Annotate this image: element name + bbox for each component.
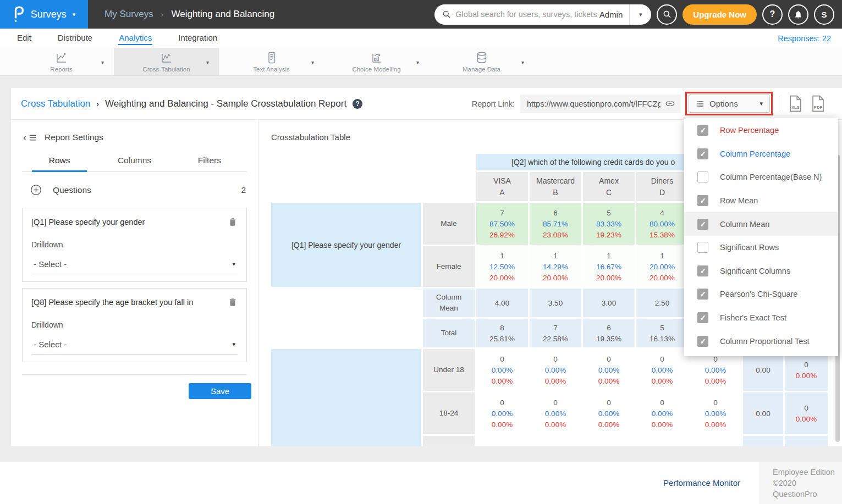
search-scope-caret-icon[interactable]: ▾: [629, 4, 651, 25]
options-menu-item[interactable]: Column Percentage: [684, 142, 838, 166]
app-logo[interactable]: Surveys ▾: [0, 0, 88, 29]
account-avatar[interactable]: S: [814, 4, 834, 25]
notifications-button[interactable]: [788, 4, 808, 25]
options-menu-item[interactable]: Fisher's Exact Test: [684, 306, 838, 330]
module-manage-data[interactable]: Manage Data ▾: [429, 48, 534, 75]
breadcrumb-separator-icon: ›: [161, 10, 164, 19]
delete-question-button[interactable]: [227, 296, 239, 308]
module-caret-icon[interactable]: ▾: [416, 59, 419, 65]
options-button[interactable]: Options ▾: [689, 95, 770, 113]
cross-tabulation-breadcrumb-link[interactable]: Cross Tabulation: [21, 98, 90, 109]
options-menu-item[interactable]: Row Mean: [684, 189, 838, 213]
link-icon[interactable]: [665, 98, 675, 109]
module-reports[interactable]: Reports ▾: [9, 48, 114, 75]
search-submit-button[interactable]: [657, 4, 677, 25]
question-title: [Q1] Please specify your gender: [31, 217, 238, 228]
options-menu-item-label: Significant Columns: [720, 267, 790, 275]
survey-nav-tab[interactable]: Analytics: [118, 32, 152, 45]
database-icon: [475, 51, 488, 65]
add-question-button[interactable]: [30, 184, 42, 196]
checkbox[interactable]: [697, 336, 708, 347]
checkbox[interactable]: [697, 171, 708, 182]
options-menu-item[interactable]: Column Percentage(Base N): [684, 165, 838, 189]
settings-tab[interactable]: Filters: [172, 156, 247, 171]
module-caret-icon[interactable]: ▾: [311, 59, 314, 65]
global-search-input[interactable]: [455, 10, 597, 19]
topbar-actions: Admin ▾ Upgrade Now ? S: [434, 4, 842, 25]
questionpro-logo-icon: [13, 6, 25, 23]
module-caret-icon[interactable]: ▾: [521, 59, 524, 65]
options-menu-item[interactable]: Column Mean: [684, 212, 838, 236]
checkbox[interactable]: [697, 312, 708, 323]
search-scope-label[interactable]: Admin: [597, 10, 630, 19]
options-menu-item[interactable]: Pearson's Chi-Square: [684, 283, 838, 306]
options-menu-item-label: Column Mean: [720, 220, 769, 229]
drilldown-select[interactable]: - Select - ▾: [31, 259, 238, 274]
module-choice-modelling[interactable]: Choice Modelling ▾: [324, 48, 429, 75]
collapse-settings-icon[interactable]: ‹: [23, 133, 37, 142]
crosstab-data-cell: 5 83.33% 19.23%: [583, 203, 635, 245]
breadcrumb-my-surveys[interactable]: My Surveys: [104, 9, 153, 20]
export-xls-button[interactable]: XLS: [788, 95, 803, 112]
options-control: Options ▾: [689, 95, 770, 113]
checkbox[interactable]: [697, 125, 708, 136]
checkbox[interactable]: [697, 148, 708, 159]
upgrade-now-button[interactable]: Upgrade Now: [683, 4, 757, 25]
checkbox[interactable]: [697, 242, 708, 253]
options-menu-item[interactable]: Significant Columns: [684, 259, 838, 283]
options-menu-item-label: Column Percentage(Base N): [720, 173, 822, 181]
edition-info: Employee Edition ©2020 QuestionPro: [759, 462, 842, 504]
export-pdf-button[interactable]: PDF: [811, 95, 826, 112]
report-help-icon[interactable]: ?: [353, 99, 362, 109]
drilldown-select-value: - Select -: [34, 340, 67, 349]
survey-nav-tab[interactable]: Distribute: [57, 32, 93, 45]
report-link-field[interactable]: https://www.questionpro.com/t/lFFCZg: [520, 95, 681, 113]
options-menu-item-label: Pearson's Chi-Square: [720, 290, 797, 298]
module-cross-tabulation[interactable]: Cross-Tabulation ▾: [114, 48, 219, 75]
drilldown-label: Drilldown: [31, 240, 238, 249]
module-caret-icon[interactable]: ▾: [101, 59, 104, 65]
checkbox[interactable]: [697, 219, 708, 230]
crosstab-data-cell: 5 16.13%: [636, 319, 688, 347]
checkbox[interactable]: [697, 289, 708, 300]
row-label-cell: Male: [423, 203, 475, 245]
crosstab-data-cell: 0 0.00% 0.00%: [476, 349, 528, 391]
settings-divider: [22, 374, 247, 375]
avatar-initial: S: [821, 10, 827, 19]
row-label-cell: Total: [423, 319, 475, 347]
survey-nav-tab[interactable]: Integration: [178, 32, 218, 45]
question-card: [Q1] Please specify your gender Drilldow…: [22, 208, 247, 282]
crosstab-data-cell: 0 0.00% 0.00%: [476, 392, 528, 434]
save-button[interactable]: Save: [189, 383, 251, 399]
report-settings-panel: ‹ Report Settings Rows Columns Filters Q…: [11, 120, 258, 446]
options-menu-item[interactable]: Column Proportional Test: [684, 329, 838, 353]
crosstab-data-cell: 0 0.00% 0.00%: [636, 349, 688, 391]
global-search[interactable]: Admin ▾: [434, 4, 651, 25]
checkbox[interactable]: [697, 265, 708, 276]
options-menu-item[interactable]: Significant Rows: [684, 236, 838, 259]
questions-label: Questions: [53, 185, 91, 195]
options-menu-item-label: Column Proportional Test: [720, 337, 810, 346]
question-mark-icon: ?: [770, 9, 775, 19]
module-label: Reports: [50, 66, 72, 73]
delete-question-button[interactable]: [227, 216, 239, 228]
module-label: Choice Modelling: [352, 66, 400, 73]
module-caret-icon[interactable]: ▾: [206, 59, 209, 65]
select-caret-icon: ▾: [232, 261, 235, 268]
survey-nav: Edit Distribute Analytics Integration Re…: [0, 29, 842, 48]
drilldown-select[interactable]: - Select - ▾: [31, 340, 238, 355]
settings-tab[interactable]: Columns: [97, 156, 172, 171]
module-text-analysis[interactable]: Text Analysis ▾: [219, 48, 324, 75]
help-button[interactable]: ?: [762, 4, 783, 25]
options-menu-item[interactable]: Row Percentage: [684, 119, 838, 142]
crosstab-data-cell: 4.00: [476, 289, 528, 317]
checkbox[interactable]: [697, 195, 708, 206]
crosstab-row-question-cell: [Q1] Please specify your gender: [271, 203, 421, 287]
performance-monitor-link[interactable]: Performance Monitor: [663, 478, 740, 488]
settings-tab[interactable]: Rows: [22, 156, 97, 171]
bell-icon: [794, 10, 803, 19]
copyright-line: ©2020 QuestionPro: [773, 478, 842, 500]
survey-nav-tab[interactable]: Edit: [16, 32, 32, 45]
question-card: [Q8] Please specify the age bracket you …: [22, 288, 247, 362]
crosstab-data-cell: 3.00: [583, 289, 635, 317]
